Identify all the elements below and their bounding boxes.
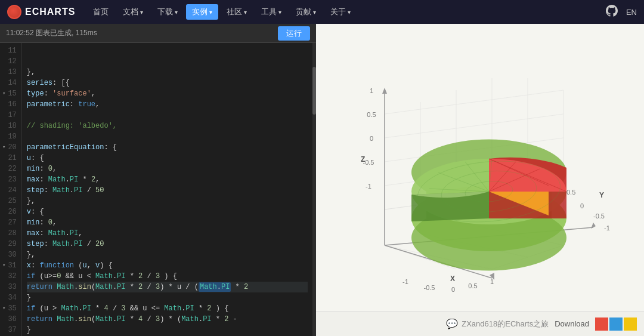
svg-text:Y: Y [599, 191, 604, 199]
chart-area: 1 0.5 0 -0.5 -1 Z -1 -0.5 0 0.5 1 X -1 -… [316, 24, 644, 311]
nav-contribute[interactable]: 贡献▾ [290, 4, 322, 20]
svg-text:0: 0 [451, 286, 455, 293]
code-line: step: Math.PI / 20 [27, 239, 308, 249]
chevron-down-icon: ▾ [175, 9, 178, 16]
logo-icon [7, 5, 21, 19]
code-line: if (u>=0 && u < Math.PI * 2 / 3 ) { [27, 271, 308, 282]
color-swatches [595, 317, 637, 331]
code-line: }, [27, 196, 308, 206]
svg-text:-1: -1 [366, 183, 371, 190]
code-line: series: [{ [27, 78, 308, 88]
editor-toolbar: 11:02:52 图表已生成, 115ms 运行 [0, 24, 316, 43]
svg-text:0: 0 [370, 135, 373, 142]
svg-line-0 [385, 90, 564, 114]
run-button[interactable]: 运行 [278, 26, 310, 41]
nav-examples[interactable]: 实例▾ [186, 4, 218, 20]
chevron-down-icon: ▾ [244, 9, 247, 16]
download-button[interactable]: Download [555, 319, 589, 328]
svg-text:-1: -1 [402, 278, 408, 285]
code-line-highlighted: return Math.sin(Math.PI * 2 / 3) * u / (… [27, 282, 308, 292]
nav-items: 首页 文档▾ 下载▾ 实例▾ 社区▾ 工具▾ 贡献▾ 关于▾ [87, 4, 594, 20]
nav-tools[interactable]: 工具▾ [255, 4, 287, 20]
language-toggle[interactable]: EN [626, 8, 637, 17]
chevron-down-icon: ▾ [348, 9, 351, 16]
code-line: x: function (u, v) { [27, 260, 308, 271]
svg-marker-51 [382, 88, 387, 94]
code-line: parametric: true, [27, 99, 308, 110]
code-line: parametricEquation: { [27, 142, 308, 153]
editor-status: 11:02:52 图表已生成, 115ms [6, 28, 278, 38]
nav-docs[interactable]: 文档▾ [117, 4, 149, 20]
code-line: } [27, 292, 308, 303]
svg-text:-1: -1 [604, 224, 610, 232]
code-line: u: { [27, 153, 308, 164]
code-area[interactable]: 11 12 13 14 ▾15 16 17 18 19 ▾20 21 22 23… [0, 43, 316, 336]
code-line: // shading: 'albedo', [27, 121, 308, 131]
code-line: if (u > Math.PI * 4 / 3 && u <= Math.PI … [27, 303, 308, 314]
svg-text:Z: Z [361, 155, 365, 164]
chevron-down-icon: ▾ [278, 9, 281, 16]
code-line: return Math.sin(Math.PI * 4 / 3) * (Math… [27, 314, 308, 325]
nav-community[interactable]: 社区▾ [221, 4, 253, 20]
watermark-icon: 💬 [446, 318, 458, 329]
main-area: 11:02:52 图表已生成, 115ms 运行 11 12 13 14 ▾15… [0, 24, 644, 336]
svg-text:0: 0 [580, 202, 584, 209]
svg-text:0.5: 0.5 [468, 282, 477, 289]
nav-home[interactable]: 首页 [87, 4, 114, 20]
svg-text:1: 1 [490, 278, 494, 285]
logo-text: ECHARTS [25, 7, 75, 17]
logo[interactable]: ECHARTS [7, 5, 75, 19]
code-line [27, 110, 308, 121]
code-line: type: 'surface', [27, 88, 308, 99]
navbar: ECHARTS 首页 文档▾ 下载▾ 实例▾ 社区▾ 工具▾ 贡献▾ 关于▾ E… [0, 0, 644, 24]
svg-text:-0.5: -0.5 [593, 212, 605, 220]
swatch-yellow[interactable] [624, 317, 637, 331]
nav-right: EN [606, 5, 637, 20]
svg-text:X: X [450, 275, 455, 283]
chart-panel: 1 0.5 0 -0.5 -1 Z -1 -0.5 0 0.5 1 X -1 -… [316, 24, 644, 336]
code-editor[interactable]: }, series: [{ type: 'surface', parametri… [22, 43, 312, 336]
line-numbers: 11 12 13 14 ▾15 16 17 18 19 ▾20 21 22 23… [0, 43, 22, 336]
code-line [27, 131, 308, 142]
github-icon[interactable] [606, 5, 618, 20]
code-line: min: 0, [27, 217, 308, 228]
chevron-down-icon: ▾ [313, 9, 316, 16]
code-line: }, [27, 249, 308, 260]
nav-about[interactable]: 关于▾ [324, 4, 357, 20]
svg-text:-0.5: -0.5 [424, 284, 435, 291]
editor-panel: 11:02:52 图表已生成, 115ms 运行 11 12 13 14 ▾15… [0, 24, 316, 336]
chart-footer: 💬 ZXand618的ECharts之旅 Download [316, 311, 644, 336]
swatch-blue[interactable] [609, 317, 623, 331]
svg-line-1 [385, 114, 564, 138]
code-line: max: Math.PI, [27, 228, 308, 239]
chevron-down-icon: ▾ [140, 9, 143, 16]
code-line: v: { [27, 206, 308, 217]
svg-text:0.5: 0.5 [367, 111, 376, 118]
code-line: min: 0, [27, 164, 308, 174]
code-line: step: Math.PI / 50 [27, 185, 308, 196]
chevron-down-icon: ▾ [209, 9, 212, 16]
svg-text:1: 1 [370, 87, 373, 94]
chart-watermark: 💬 ZXand618的ECharts之旅 [446, 318, 549, 329]
code-line [27, 45, 308, 56]
watermark-text: ZXand618的ECharts之旅 [462, 319, 549, 329]
code-line: }, [27, 67, 308, 78]
code-line [27, 56, 308, 67]
code-line: max: Math.PI * 2, [27, 174, 308, 185]
chart-svg: 1 0.5 0 -0.5 -1 Z -1 -0.5 0 0.5 1 X -1 -… [337, 42, 623, 293]
nav-download[interactable]: 下载▾ [151, 4, 184, 20]
svg-text:0.5: 0.5 [566, 189, 575, 196]
swatch-red[interactable] [595, 317, 608, 331]
code-line: } [27, 325, 308, 335]
